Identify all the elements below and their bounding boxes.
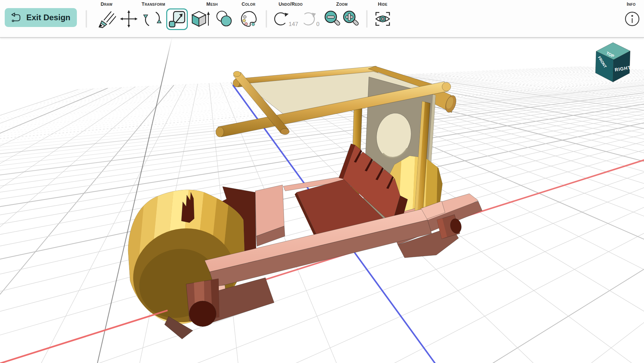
- toolbar: Exit Design Draw Transform Mesh Color Un…: [0, 0, 644, 38]
- redo-icon[interactable]: [299, 9, 318, 28]
- toolbar-divider: [86, 10, 87, 28]
- grid-line: [0, 89, 78, 363]
- sketch-pencil-icon[interactable]: [97, 9, 116, 28]
- app-window: TOP FRONT RIGHT Exit Design Draw Transfo…: [0, 0, 644, 363]
- zoom-out-icon[interactable]: [323, 9, 342, 28]
- front-axle-cap: [189, 301, 216, 327]
- palette-icon[interactable]: [240, 9, 259, 28]
- toolbar-divider: [366, 10, 368, 28]
- zoom-in-icon[interactable]: [341, 9, 360, 28]
- section-label-info: Info: [627, 1, 636, 7]
- extrude-cube-icon[interactable]: [191, 9, 210, 28]
- front-axle[interactable]: [186, 279, 219, 327]
- rotate-icon[interactable]: [143, 9, 162, 28]
- undo-icon[interactable]: [271, 9, 290, 28]
- exit-design-button[interactable]: Exit Design: [5, 8, 77, 27]
- exit-arrow-icon: [10, 12, 22, 23]
- horizon-fade: [0, 38, 644, 69]
- grid-line: [0, 88, 108, 363]
- x-axis-overlay: [0, 310, 168, 363]
- move-icon[interactable]: [119, 9, 138, 28]
- section-label-undoredo: Undo/Redo: [279, 1, 303, 7]
- grid-line: [471, 87, 644, 363]
- section-label-hide: Hide: [378, 1, 387, 7]
- toolbar-divider: [266, 10, 267, 28]
- scale-icon[interactable]: [166, 8, 188, 30]
- redo-count: 0: [316, 21, 319, 28]
- section-label-color: Color: [242, 1, 256, 7]
- model-log-car[interactable]: [0, 66, 482, 363]
- grid-line: [0, 86, 149, 363]
- section-label-draw: Draw: [100, 1, 112, 7]
- section-label-transform: Transform: [142, 1, 165, 7]
- exit-design-label: Exit Design: [26, 13, 70, 22]
- undo-count: 147: [289, 21, 298, 28]
- hide-eye-icon[interactable]: [373, 9, 392, 28]
- section-label-mesh: Mesh: [206, 1, 218, 7]
- viewport-3d-canvas[interactable]: TOP FRONT RIGHT: [0, 0, 644, 363]
- section-label-zoom: Zoom: [336, 1, 348, 7]
- info-icon[interactable]: [623, 9, 642, 28]
- boolean-circles-icon[interactable]: [215, 9, 234, 28]
